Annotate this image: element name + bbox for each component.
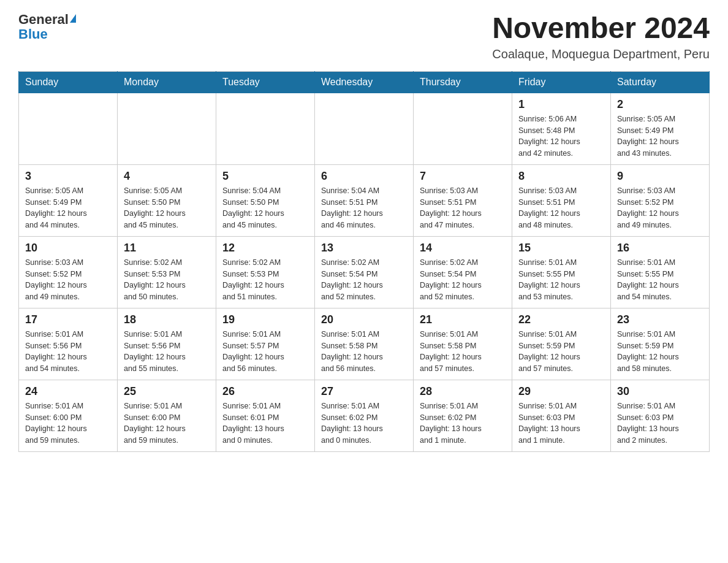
day-number: 12 [222, 242, 308, 255]
day-number: 4 [124, 170, 210, 183]
day-number: 13 [321, 242, 407, 255]
day-cell: 8Sunrise: 5:03 AMSunset: 5:51 PMDaylight… [512, 164, 611, 236]
day-info: Sunrise: 5:02 AMSunset: 5:53 PMDaylight:… [124, 257, 210, 303]
day-info: Sunrise: 5:02 AMSunset: 5:54 PMDaylight:… [321, 257, 407, 303]
day-info: Sunrise: 5:01 AMSunset: 6:02 PMDaylight:… [420, 400, 506, 446]
weekday-header-sunday: Sunday [19, 71, 118, 93]
day-cell [19, 93, 118, 164]
day-number: 30 [617, 385, 703, 398]
day-info: Sunrise: 5:01 AMSunset: 5:56 PMDaylight:… [25, 329, 111, 375]
day-number: 27 [321, 385, 407, 398]
day-cell: 19Sunrise: 5:01 AMSunset: 5:57 PMDayligh… [216, 308, 315, 380]
day-number: 19 [222, 313, 308, 326]
day-cell: 21Sunrise: 5:01 AMSunset: 5:58 PMDayligh… [414, 308, 512, 380]
day-number: 24 [25, 385, 111, 398]
weekday-header-saturday: Saturday [611, 71, 710, 93]
day-number: 1 [518, 98, 604, 111]
week-row-4: 17Sunrise: 5:01 AMSunset: 5:56 PMDayligh… [19, 308, 710, 380]
day-cell: 24Sunrise: 5:01 AMSunset: 6:00 PMDayligh… [19, 380, 118, 451]
day-info: Sunrise: 5:03 AMSunset: 5:51 PMDaylight:… [420, 185, 506, 231]
day-info: Sunrise: 5:04 AMSunset: 5:50 PMDaylight:… [222, 185, 308, 231]
day-info: Sunrise: 5:01 AMSunset: 5:59 PMDaylight:… [518, 329, 604, 375]
day-cell: 18Sunrise: 5:01 AMSunset: 5:56 PMDayligh… [118, 308, 216, 380]
day-cell [216, 93, 315, 164]
weekday-header-tuesday: Tuesday [216, 71, 315, 93]
weekday-header-monday: Monday [118, 71, 216, 93]
day-info: Sunrise: 5:01 AMSunset: 5:59 PMDaylight:… [617, 329, 703, 375]
location-title: Coalaque, Moquegua Department, Peru [492, 47, 710, 61]
day-info: Sunrise: 5:01 AMSunset: 6:00 PMDaylight:… [124, 400, 210, 446]
week-row-3: 10Sunrise: 5:03 AMSunset: 5:52 PMDayligh… [19, 236, 710, 308]
day-cell: 5Sunrise: 5:04 AMSunset: 5:50 PMDaylight… [216, 164, 315, 236]
day-number: 6 [321, 170, 407, 183]
day-info: Sunrise: 5:01 AMSunset: 5:58 PMDaylight:… [321, 329, 407, 375]
day-cell: 28Sunrise: 5:01 AMSunset: 6:02 PMDayligh… [414, 380, 512, 451]
day-number: 29 [518, 385, 604, 398]
day-info: Sunrise: 5:06 AMSunset: 5:48 PMDaylight:… [518, 113, 604, 159]
calendar-table: SundayMondayTuesdayWednesdayThursdayFrid… [18, 71, 710, 452]
day-cell: 15Sunrise: 5:01 AMSunset: 5:55 PMDayligh… [512, 236, 611, 308]
day-number: 9 [617, 170, 703, 183]
day-cell: 3Sunrise: 5:05 AMSunset: 5:49 PMDaylight… [19, 164, 118, 236]
day-number: 10 [25, 242, 111, 255]
day-number: 21 [420, 313, 506, 326]
day-info: Sunrise: 5:01 AMSunset: 6:01 PMDaylight:… [222, 400, 308, 446]
day-info: Sunrise: 5:05 AMSunset: 5:49 PMDaylight:… [25, 185, 111, 231]
day-number: 16 [617, 242, 703, 255]
day-info: Sunrise: 5:01 AMSunset: 5:57 PMDaylight:… [222, 329, 308, 375]
day-number: 5 [222, 170, 308, 183]
day-cell: 29Sunrise: 5:01 AMSunset: 6:03 PMDayligh… [512, 380, 611, 451]
day-cell: 20Sunrise: 5:01 AMSunset: 5:58 PMDayligh… [315, 308, 414, 380]
logo-text-blue: Blue [18, 27, 48, 42]
header-area: General Blue November 2024 Coalaque, Moq… [18, 12, 710, 61]
day-cell: 1Sunrise: 5:06 AMSunset: 5:48 PMDaylight… [512, 93, 611, 164]
day-number: 7 [420, 170, 506, 183]
day-cell: 2Sunrise: 5:05 AMSunset: 5:49 PMDaylight… [611, 93, 710, 164]
day-number: 20 [321, 313, 407, 326]
day-number: 11 [124, 242, 210, 255]
day-number: 17 [25, 313, 111, 326]
weekday-header-row: SundayMondayTuesdayWednesdayThursdayFrid… [19, 71, 710, 93]
day-number: 15 [518, 242, 604, 255]
day-cell: 12Sunrise: 5:02 AMSunset: 5:53 PMDayligh… [216, 236, 315, 308]
day-cell: 6Sunrise: 5:04 AMSunset: 5:51 PMDaylight… [315, 164, 414, 236]
day-cell [414, 93, 512, 164]
logo-triangle-icon [70, 14, 76, 23]
month-title: November 2024 [492, 12, 710, 45]
logo: General Blue [18, 12, 76, 42]
logo-text-black: General [18, 12, 69, 27]
day-cell: 14Sunrise: 5:02 AMSunset: 5:54 PMDayligh… [414, 236, 512, 308]
day-number: 22 [518, 313, 604, 326]
day-cell: 7Sunrise: 5:03 AMSunset: 5:51 PMDaylight… [414, 164, 512, 236]
day-number: 23 [617, 313, 703, 326]
weekday-header-wednesday: Wednesday [315, 71, 414, 93]
day-info: Sunrise: 5:01 AMSunset: 6:03 PMDaylight:… [518, 400, 604, 446]
day-info: Sunrise: 5:03 AMSunset: 5:52 PMDaylight:… [25, 257, 111, 303]
day-number: 18 [124, 313, 210, 326]
day-number: 25 [124, 385, 210, 398]
day-cell: 30Sunrise: 5:01 AMSunset: 6:03 PMDayligh… [611, 380, 710, 451]
day-info: Sunrise: 5:03 AMSunset: 5:52 PMDaylight:… [617, 185, 703, 231]
week-row-5: 24Sunrise: 5:01 AMSunset: 6:00 PMDayligh… [19, 380, 710, 451]
day-info: Sunrise: 5:04 AMSunset: 5:51 PMDaylight:… [321, 185, 407, 231]
week-row-2: 3Sunrise: 5:05 AMSunset: 5:49 PMDaylight… [19, 164, 710, 236]
day-info: Sunrise: 5:03 AMSunset: 5:51 PMDaylight:… [518, 185, 604, 231]
day-cell: 9Sunrise: 5:03 AMSunset: 5:52 PMDaylight… [611, 164, 710, 236]
day-cell: 11Sunrise: 5:02 AMSunset: 5:53 PMDayligh… [118, 236, 216, 308]
weekday-header-thursday: Thursday [414, 71, 512, 93]
day-number: 3 [25, 170, 111, 183]
day-number: 8 [518, 170, 604, 183]
day-cell [315, 93, 414, 164]
day-info: Sunrise: 5:02 AMSunset: 5:53 PMDaylight:… [222, 257, 308, 303]
day-number: 2 [617, 98, 703, 111]
week-row-1: 1Sunrise: 5:06 AMSunset: 5:48 PMDaylight… [19, 93, 710, 164]
day-number: 14 [420, 242, 506, 255]
weekday-header-friday: Friday [512, 71, 611, 93]
day-cell: 10Sunrise: 5:03 AMSunset: 5:52 PMDayligh… [19, 236, 118, 308]
day-info: Sunrise: 5:01 AMSunset: 5:58 PMDaylight:… [420, 329, 506, 375]
day-cell [118, 93, 216, 164]
title-area: November 2024 Coalaque, Moquegua Departm… [492, 12, 710, 61]
day-info: Sunrise: 5:01 AMSunset: 5:56 PMDaylight:… [124, 329, 210, 375]
day-cell: 16Sunrise: 5:01 AMSunset: 5:55 PMDayligh… [611, 236, 710, 308]
day-info: Sunrise: 5:05 AMSunset: 5:50 PMDaylight:… [124, 185, 210, 231]
